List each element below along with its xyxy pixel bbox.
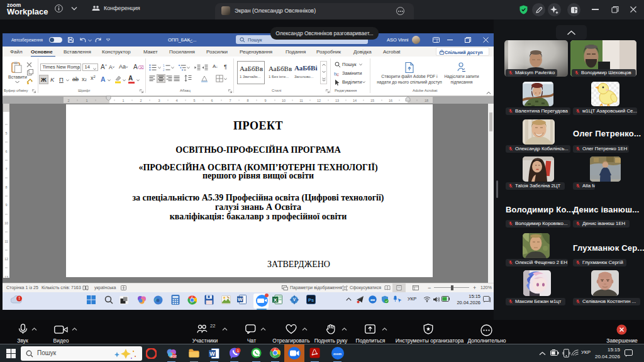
svg-text:13: 13 [335,98,339,102]
svg-text:18: 18 [425,98,428,102]
svg-text:6: 6 [5,150,7,153]
svg-text:V: V [293,297,296,302]
svg-text:6: 6 [211,98,213,102]
svg-text:2: 2 [163,69,165,71]
svg-text:7: 7 [229,98,231,102]
svg-text:4: 4 [175,98,177,102]
svg-text:1: 1 [86,98,87,102]
svg-text:8: 8 [247,98,248,102]
svg-text:5: 5 [193,98,195,102]
svg-text:8: 8 [5,185,7,189]
svg-text:10: 10 [282,98,286,102]
svg-text:12: 12 [4,257,8,261]
svg-text:1: 1 [163,64,165,67]
svg-text:3: 3 [158,98,160,102]
svg-text:W: W [209,351,215,357]
svg-text:c: c [336,72,339,77]
svg-text:9: 9 [5,203,7,207]
svg-text:11: 11 [299,98,303,102]
svg-text:12: 12 [317,98,321,102]
svg-text:11: 11 [4,239,8,243]
svg-text:5: 5 [5,131,7,135]
svg-text:W: W [238,297,243,302]
svg-text:!: ! [18,296,19,300]
svg-text:1: 1 [122,98,124,102]
svg-text:ам: ам [370,298,375,302]
svg-text:2: 2 [67,98,69,102]
svg-text:M365: M365 [170,355,177,358]
svg-text:X: X [274,297,277,303]
svg-text:16: 16 [389,98,392,102]
svg-text:2: 2 [140,98,142,102]
svg-text:9: 9 [264,98,266,102]
svg-text:7: 7 [5,167,7,171]
svg-text:13: 13 [4,275,8,278]
svg-text:Ps: Ps [308,297,314,303]
svg-text:10: 10 [4,221,8,225]
svg-text:14: 14 [353,98,357,102]
svg-text:15: 15 [370,98,374,102]
